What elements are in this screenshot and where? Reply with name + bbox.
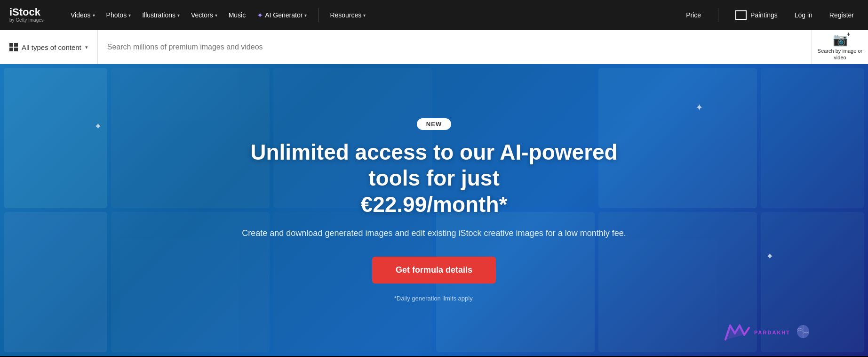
grid-icon — [9, 43, 18, 51]
nav-label-register: Register — [829, 11, 854, 19]
pardakht-logo: PARDAKHT — [723, 323, 790, 342]
nav-label-videos: Videos — [71, 11, 91, 19]
hero-bg-image — [761, 68, 864, 208]
chevron-down-icon: ▾ — [304, 13, 307, 18]
hero-content: NEW Unlimited access to our AI-powered t… — [223, 109, 646, 311]
nav-item-vectors[interactable]: Vectors ▾ — [186, 8, 222, 23]
content-type-selector[interactable]: All types of content ▾ — [0, 30, 98, 64]
partner-logos: PARDAKHT — [723, 323, 812, 342]
chevron-down-icon: ▾ — [215, 13, 217, 18]
chevron-down-icon: ▾ — [85, 44, 88, 50]
hero-title-line1: Unlimited access to our AI-powered tools… — [250, 140, 617, 190]
sparkle-decoration: ✦ — [94, 121, 102, 132]
nav-label-resources: Resources — [330, 11, 361, 19]
nav-item-register[interactable]: Register — [825, 8, 859, 23]
sparkle-icon: ✦ — [257, 11, 263, 20]
pardakht-text: PARDAKHT — [754, 330, 790, 335]
nav-label-paintings: Paintings — [750, 11, 778, 19]
pardakht-icon — [723, 323, 751, 342]
new-badge: NEW — [417, 118, 451, 130]
cta-button[interactable]: Get formula details — [372, 257, 496, 284]
nav-item-resources[interactable]: Resources ▾ — [325, 8, 370, 23]
nav-label-music: Music — [229, 11, 246, 19]
nav-label-login: Log in — [795, 11, 812, 19]
hero-title-line2: €22.99/month* — [361, 192, 508, 217]
hero-bg-image — [4, 212, 107, 352]
sparkle-decoration: ✦ — [766, 251, 774, 262]
brand-name: iStock — [9, 7, 52, 17]
brand-logo[interactable]: iStock by Getty Images — [9, 7, 52, 23]
nav-label-vectors: Vectors — [191, 11, 213, 19]
content-type-label: All types of content — [22, 43, 81, 51]
brand-subtitle: by Getty Images — [9, 17, 52, 23]
nav-item-illustrations[interactable]: Illustrations ▾ — [137, 8, 184, 23]
nav-label-price: Price — [686, 11, 701, 19]
paintings-icon — [735, 10, 747, 20]
nav-item-photos[interactable]: Photos ▾ — [102, 8, 136, 23]
camera-icon: 📷 — [833, 33, 848, 46]
hero-section: ✦ ✦ ✦ PARDAKHT NEW Unlimited access to o… — [0, 64, 868, 356]
search-input[interactable] — [107, 43, 802, 51]
nav-item-ai-generator[interactable]: ✦ AI Generator ▾ — [252, 7, 311, 24]
nav-label-illustrations: Illustrations — [142, 11, 175, 19]
camera-icon-wrapper: 📷 + — [833, 33, 848, 46]
brain-icon — [795, 323, 812, 342]
nav-separator-right — [718, 8, 718, 22]
nav-item-login[interactable]: Log in — [790, 8, 817, 23]
navbar: iStock by Getty Images Videos ▾ Photos ▾… — [0, 0, 868, 30]
hero-disclaimer: *Daily generation limits apply. — [232, 295, 637, 302]
nav-item-music[interactable]: Music — [224, 8, 251, 23]
hero-subtitle: Create and download generated images and… — [232, 227, 637, 240]
plus-icon: + — [847, 31, 851, 38]
hero-title: Unlimited access to our AI-powered tools… — [232, 139, 637, 218]
nav-links: Videos ▾ Photos ▾ Illustrations ▾ Vector… — [66, 7, 681, 24]
search-input-wrapper — [98, 30, 812, 64]
nav-separator — [318, 8, 319, 22]
nav-label-ai-generator: AI Generator — [265, 11, 303, 19]
nav-label-photos: Photos — [106, 11, 127, 19]
nav-item-paintings[interactable]: Paintings — [731, 7, 782, 24]
nav-item-price[interactable]: Price — [681, 8, 706, 23]
navbar-right: Price Paintings Log in Register — [681, 7, 859, 24]
sparkle-decoration: ✦ — [695, 102, 703, 113]
nav-item-videos[interactable]: Videos ▾ — [66, 8, 100, 23]
chevron-down-icon: ▾ — [93, 13, 95, 18]
chevron-down-icon: ▾ — [177, 13, 180, 18]
hero-bg-image — [4, 68, 107, 208]
chevron-down-icon: ▾ — [128, 13, 131, 18]
chevron-down-icon: ▾ — [363, 13, 366, 18]
search-by-image-button[interactable]: 📷 + Search by image or video — [812, 30, 868, 64]
search-bar: All types of content ▾ 📷 + Search by ima… — [0, 30, 868, 64]
search-by-image-label: Search by image or video — [816, 48, 864, 61]
